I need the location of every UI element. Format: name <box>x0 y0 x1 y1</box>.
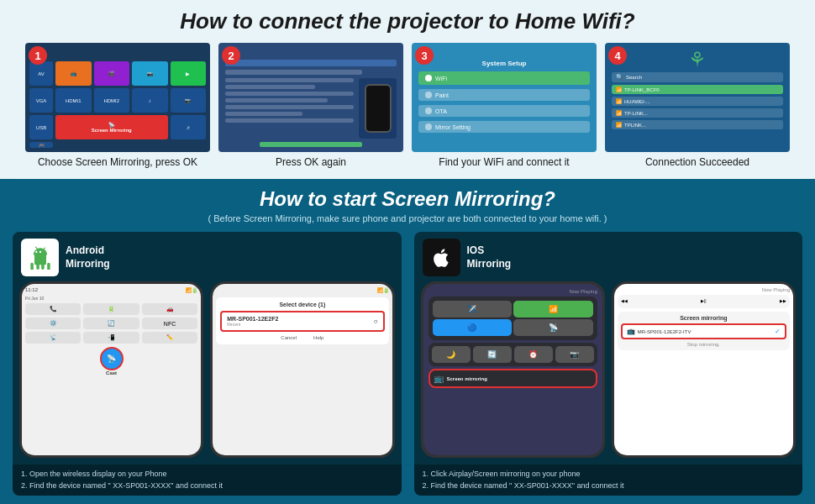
android-footer-line2: 2. Find the device named " XX-SP001-XXXX… <box>21 480 393 492</box>
grid-icon-6: NFC <box>142 318 197 329</box>
steps-row: 1 AV VGA USB 📺 🎬 📷 ▶ HD <box>17 43 798 168</box>
ios-mirroring-label: IOS Mirroring <box>467 244 512 270</box>
grid-icon-3: 🚗 <box>142 303 197 315</box>
step-1-image: 1 AV VGA USB 📺 🎬 📷 ▶ HD <box>25 43 210 152</box>
android-phone-2-screen: 📶🔋 Select device (1) MR-SP001-12E2F2 Rec… <box>213 284 392 455</box>
stop-mirroring-label[interactable]: Stop mirroring. <box>621 342 786 347</box>
status-bar-2: 📶🔋 <box>216 287 388 293</box>
main-container: How to connect the projector to Home Wif… <box>0 0 815 504</box>
step-3: 3 System Setup WiFi Paint <box>412 43 597 168</box>
android-mirroring-section: Android Mirroring 11:12 📶🔋 Fri Jun 10 <box>13 232 402 496</box>
device-item: MR-SP001-12E2F2 Recent ○ <box>220 311 384 332</box>
bottom-section: How to start Screen Mirroring? ( Before … <box>0 179 815 504</box>
now-playing-mini: ✈️ 📶 🔵 📡 <box>429 297 597 340</box>
sm-title: Screen mirroring <box>621 315 786 321</box>
ios-device-item: 📺 MR-SP001-12E2F2-ITV ✓ <box>621 323 786 339</box>
grid-icon-8: 📲 <box>83 332 139 344</box>
step-4-number: 4 <box>608 46 627 65</box>
grid-icon-7: 📡 <box>25 332 81 344</box>
android-mirroring-footer: 1. Open the wireless display on your Pho… <box>13 465 402 496</box>
help-label[interactable]: Help <box>313 335 323 340</box>
screen-mirroring-control-btn[interactable]: 📺 Screen mirroring <box>429 369 597 388</box>
device-sub: Recent <box>227 322 278 327</box>
control-center: Now Playing ✈️ 📶 🔵 📡 🌙 <box>423 284 602 455</box>
screen-mirror-popup: Screen mirroring 📺 MR-SP001-12E2F2-ITV ✓… <box>618 312 790 350</box>
phone-grid-1: 📞 🔋 🚗 ⚙️ 🔄 NFC 📡 📲 ✏️ <box>25 303 197 344</box>
android-phones-container: 11:12 📶🔋 Fri Jun 10 📞 🔋 🚗 ⚙️ 🔄 NFC <box>13 281 402 465</box>
mirroring-row: Android Mirroring 11:12 📶🔋 Fri Jun 10 <box>13 232 802 496</box>
ios-phone-2: Now Playing ◀◀ ▶|| ▶▶ Screen mirroring <box>612 281 796 458</box>
bluetooth-btn[interactable]: 🔵 <box>433 319 513 336</box>
android-label-line1: Android <box>66 244 110 258</box>
step-1-number: 1 <box>29 46 47 65</box>
cancel-help-row: Cancel Help <box>220 335 384 340</box>
step-3-label: Find your WiFi and connect it <box>439 156 569 168</box>
ios-footer-line1: 1. Click Airplay/Screen mirroring on you… <box>423 469 795 480</box>
ios-mirroring-section: IOS Mirroring Now Playing ✈️ 📶 <box>414 232 803 496</box>
android-phone-2: 📶🔋 Select device (1) MR-SP001-12E2F2 Rec… <box>210 281 394 458</box>
device-name: MR-SP001-12E2F2 <box>227 316 278 322</box>
airplane-mode-btn[interactable]: ✈️ <box>433 301 513 318</box>
apple-icon <box>430 247 452 269</box>
check-icon: ✓ <box>775 328 781 335</box>
device-info: MR-SP001-12E2F2 Recent <box>227 316 278 327</box>
ios-icon-box <box>423 239 460 276</box>
step-2-label: Press OK again <box>276 156 346 168</box>
step-1-label: Choose Screen Mirroring, press OK <box>38 156 197 168</box>
select-device-title: Select device (1) <box>220 302 384 307</box>
android-footer-line1: 1. Open the wireless display on your Pho… <box>21 469 393 480</box>
dnd-btn[interactable]: 🌙 <box>432 346 471 363</box>
step-3-image: 3 System Setup WiFi Paint <box>412 43 597 152</box>
grid-icon-4: ⚙️ <box>25 318 81 329</box>
grid-icon-1: 📞 <box>25 303 81 315</box>
android-icon-box <box>21 239 59 276</box>
step-2: 2 <box>218 43 403 168</box>
ios-footer-line2: 2. Find the device named " XX-SP001-XXXX… <box>423 480 795 492</box>
bottom-title: How to start Screen Mirroring? <box>13 187 802 211</box>
select-device-box: Select device (1) MR-SP001-12E2F2 Recent… <box>216 297 388 344</box>
android-phone-1-screen: 11:12 📶🔋 Fri Jun 10 📞 🔋 🚗 ⚙️ 🔄 NFC <box>22 284 201 455</box>
top-title: How to connect the projector to Home Wif… <box>17 8 798 34</box>
wifi-btn[interactable]: 📶 <box>513 301 593 318</box>
android-mirroring-header: Android Mirroring <box>13 232 402 281</box>
ios-phone-2-screen: Now Playing ◀◀ ▶|| ▶▶ Screen mirroring <box>614 284 793 455</box>
cancel-label[interactable]: Cancel <box>281 335 297 340</box>
now-playing-bar: ◀◀ ▶|| ▶▶ <box>618 295 790 308</box>
grid-icon-9: ✏️ <box>142 332 197 344</box>
clock-btn[interactable]: ⏰ <box>514 346 553 363</box>
step-3-number: 3 <box>415 46 434 65</box>
step-4-image: 4 ⚘ 🔍 Search 📶 TP-LINK_BCF0 📶 HU <box>605 43 790 152</box>
android-phone-1: 11:12 📶🔋 Fri Jun 10 📞 🔋 🚗 ⚙️ 🔄 NFC <box>19 281 203 458</box>
camera-btn[interactable]: 📷 <box>555 346 594 363</box>
top-section: How to connect the projector to Home Wif… <box>0 0 815 178</box>
rotation-btn[interactable]: 🔄 <box>473 346 512 363</box>
android-mirroring-label: Android Mirroring <box>66 244 110 270</box>
ios-phone-1: Now Playing ✈️ 📶 🔵 📡 🌙 <box>421 281 605 458</box>
ios-label-line2: Mirroring <box>467 258 512 271</box>
ios-mirroring-footer: 1. Click Airplay/Screen mirroring on you… <box>414 465 803 496</box>
android-icon <box>29 246 52 270</box>
step-2-image: 2 <box>218 43 403 152</box>
ios-label-line1: IOS <box>467 244 512 258</box>
status-bar-1: 11:12 📶🔋 <box>25 287 197 293</box>
step-4-label: Connection Succeeded <box>645 156 749 168</box>
airdrop-btn[interactable]: 📡 <box>513 319 593 336</box>
ios-device-name: MR-SP001-12E2F2-ITV <box>638 329 691 334</box>
step-4: 4 ⚘ 🔍 Search 📶 TP-LINK_BCF0 📶 HU <box>605 43 790 168</box>
ios-phones-container: Now Playing ✈️ 📶 🔵 📡 🌙 <box>414 281 803 465</box>
grid-icon-5: 🔄 <box>83 318 139 329</box>
step-1: 1 AV VGA USB 📺 🎬 📷 ▶ HD <box>25 43 210 168</box>
android-label-line2: Mirroring <box>66 258 110 271</box>
top-section-wrapper: How to connect the projector to Home Wif… <box>0 0 815 179</box>
cast-label: Cast <box>25 370 197 375</box>
bottom-subtitle: ( Before Screen Mirroring, make sure pho… <box>13 213 802 223</box>
cast-button-phone[interactable]: 📡 <box>100 347 124 370</box>
ios-mirroring-header: IOS Mirroring <box>414 232 803 281</box>
step-2-number: 2 <box>222 46 240 65</box>
device-circle-icon: ○ <box>374 318 378 325</box>
screen-mirroring-ctrl-label: Screen mirroring <box>447 376 487 381</box>
grid-icon-2: 🔋 <box>83 303 139 315</box>
